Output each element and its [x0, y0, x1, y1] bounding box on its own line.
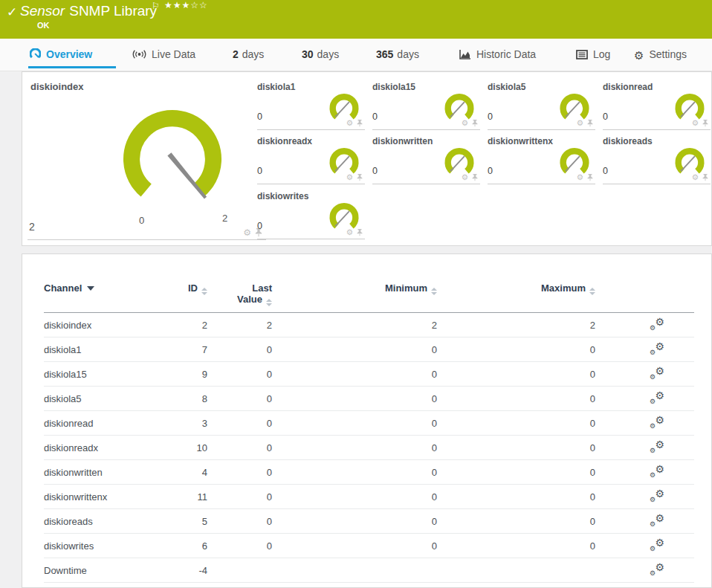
tab-log[interactable]: Log — [576, 48, 610, 60]
cell-channel[interactable]: diskiola5 — [44, 387, 185, 411]
cell-maximum: 0 — [437, 436, 595, 460]
cell-channel[interactable]: Downtime — [44, 558, 185, 583]
tab-historic-data[interactable]: Historic Data — [459, 48, 536, 60]
gauge-settings-icon[interactable]: ⚙ — [243, 228, 251, 237]
cell-channel[interactable]: diskionread — [44, 411, 185, 436]
gear-icon: ⚙ — [634, 49, 644, 62]
channel-settings-icon[interactable]: ⚙⚙ — [650, 514, 664, 527]
gauge-settings-icon[interactable]: ⚙ — [577, 119, 583, 127]
tab-label: Log — [593, 48, 610, 60]
cell-channel[interactable]: diskionwritten — [44, 460, 185, 485]
priority-stars[interactable]: ★★★☆☆ — [164, 0, 208, 10]
sort-icon — [431, 288, 437, 295]
tab-label: Live Data — [152, 48, 195, 60]
channel-gauge-tile-diskioindex[interactable]: diskioindex 0 2 2 ⚙ — [27, 78, 266, 240]
tab-365-days[interactable]: 365days — [376, 48, 419, 60]
gauge-pin-icon[interactable] — [586, 119, 594, 127]
table-row[interactable]: diskiola15 9 0 0 0 ⚙⚙ — [44, 362, 694, 387]
cell-settings: ⚙⚙ — [595, 436, 694, 460]
cell-channel[interactable]: diskiola15 — [44, 362, 185, 387]
table-row[interactable]: diskionreadx 10 0 0 0 ⚙⚙ — [44, 436, 694, 460]
gauge-pin-icon[interactable] — [702, 119, 709, 127]
gauge-settings-icon[interactable]: ⚙ — [346, 228, 353, 236]
gauge-settings-icon[interactable]: ⚙ — [692, 173, 699, 181]
channel-settings-icon[interactable]: ⚙⚙ — [650, 538, 664, 552]
channel-gauge-tile-diskiola15[interactable]: diskiola15 0 ⚙ — [372, 81, 480, 130]
table-row[interactable]: Downtime -4 ⚙⚙ — [44, 558, 694, 583]
channel-settings-icon[interactable]: ⚙⚙ — [650, 465, 664, 478]
table-row[interactable]: diskioreads 5 0 0 0 ⚙⚙ — [44, 509, 694, 534]
channel-gauge-tile-diskionreadx[interactable]: diskionreadx 0 ⚙ — [257, 135, 365, 184]
gauge-needle — [566, 102, 580, 117]
channel-settings-icon[interactable]: ⚙⚙ — [650, 366, 664, 380]
channel-settings-icon[interactable]: ⚙⚙ — [650, 416, 664, 429]
cell-channel[interactable]: diskionwrittenx — [44, 485, 185, 509]
column-header-last-value[interactable]: LastValue — [207, 282, 272, 313]
channel-settings-icon[interactable]: ⚙⚙ — [650, 563, 664, 576]
channel-settings-icon[interactable]: ⚙⚙ — [650, 342, 664, 355]
page-title: SensorSNMP Library — [20, 3, 157, 19]
cell-channel[interactable]: diskionreadx — [44, 436, 185, 460]
gauge-channel-name: diskiola15 — [372, 82, 415, 92]
gauge-pin-icon[interactable] — [702, 173, 709, 181]
gauge-settings-icon[interactable]: ⚙ — [692, 119, 699, 127]
channel-gauge-tile-diskioreads[interactable]: diskioreads 0 ⚙ — [603, 135, 711, 184]
ok-check-icon: ✓ — [7, 4, 17, 20]
gauge-value: 0 — [372, 166, 378, 176]
gauge-pin-icon[interactable] — [586, 173, 594, 181]
tab-settings[interactable]: ⚙Settings — [634, 48, 687, 62]
cell-channel[interactable]: diskioindex — [44, 313, 185, 337]
gauge-settings-icon[interactable]: ⚙ — [346, 119, 353, 127]
column-header-id[interactable]: ID — [185, 282, 207, 313]
cell-channel[interactable]: diskiola1 — [44, 337, 185, 362]
cell-id: 9 — [185, 362, 207, 387]
channel-gauge-tile-diskionwritten[interactable]: diskionwritten 0 ⚙ — [372, 135, 480, 184]
tab-overview[interactable]: Overview — [30, 48, 92, 60]
tab-30-days[interactable]: 30days — [302, 48, 339, 60]
channel-settings-icon[interactable]: ⚙⚙ — [650, 391, 664, 404]
column-header-minimum[interactable]: Minimum — [272, 282, 437, 313]
gauge-pin-icon[interactable] — [356, 228, 363, 236]
table-row[interactable]: diskioindex 2 2 2 2 ⚙⚙ — [44, 313, 694, 337]
gauge-pin-icon[interactable] — [471, 173, 479, 181]
cell-last-value: 0 — [207, 534, 272, 558]
channel-gauge-tile-diskiola5[interactable]: diskiola5 0 ⚙ — [488, 81, 595, 130]
cell-settings: ⚙⚙ — [595, 313, 694, 337]
channel-gauge-tile-diskionread[interactable]: diskionread 0 ⚙ — [603, 81, 711, 130]
table-row[interactable]: diskiowrites 6 0 0 0 ⚙⚙ — [44, 534, 694, 558]
table-row[interactable]: diskionread 3 0 0 0 ⚙⚙ — [44, 411, 694, 436]
cell-minimum: 0 — [272, 460, 437, 485]
cell-minimum: 0 — [272, 362, 437, 387]
cell-maximum: 0 — [437, 460, 595, 485]
cell-channel[interactable]: diskiowrites — [44, 534, 185, 558]
channel-gauge-tile-diskiowrites[interactable]: diskiowrites 0 ⚙ — [257, 190, 365, 239]
table-row[interactable]: diskionwritten 4 0 0 0 ⚙⚙ — [44, 460, 694, 485]
channel-settings-icon[interactable]: ⚙⚙ — [650, 440, 664, 453]
table-row[interactable]: diskiola1 7 0 0 0 ⚙⚙ — [44, 337, 694, 362]
gauge-settings-icon[interactable]: ⚙ — [577, 173, 583, 181]
gauge-settings-icon[interactable]: ⚙ — [346, 173, 353, 181]
channel-settings-icon[interactable]: ⚙⚙ — [650, 317, 664, 331]
gauge-settings-icon[interactable]: ⚙ — [462, 119, 468, 127]
column-header-channel[interactable]: Channel — [44, 282, 185, 313]
gauge-value: 0 — [603, 112, 608, 122]
channel-table: Channel ID LastValue Minimum Maximum dis… — [44, 282, 694, 583]
channel-settings-icon[interactable]: ⚙⚙ — [650, 489, 664, 503]
gauge-settings-icon[interactable]: ⚙ — [462, 173, 468, 181]
cell-minimum — [272, 558, 437, 583]
gauge-pin-icon[interactable] — [356, 173, 363, 181]
gauge-value: 0 — [488, 166, 493, 176]
channel-gauge-tile-diskionwrittenx[interactable]: diskionwrittenx 0 ⚙ — [488, 135, 595, 184]
channel-gauge-tile-diskiola1[interactable]: diskiola1 0 ⚙ — [257, 81, 365, 130]
table-row[interactable]: diskiola5 8 0 0 0 ⚙⚙ — [44, 387, 694, 411]
column-header-maximum[interactable]: Maximum — [437, 282, 595, 313]
cell-channel[interactable]: diskioreads — [44, 509, 185, 534]
flag-icon[interactable]: ⚐ — [152, 1, 160, 11]
tab-live-data[interactable]: Live Data — [132, 48, 195, 60]
gauge-pin-icon[interactable] — [471, 119, 479, 127]
tab-2-days[interactable]: 2days — [233, 48, 264, 60]
gauge-channel-name: diskiowrites — [257, 191, 308, 201]
gauge-pin-icon[interactable] — [356, 119, 363, 127]
prtg-sensor-page: ✓ SensorSNMP Library ⚐ ★★★☆☆ OK Overview… — [0, 0, 712, 588]
table-row[interactable]: diskionwrittenx 11 0 0 0 ⚙⚙ — [44, 485, 694, 509]
